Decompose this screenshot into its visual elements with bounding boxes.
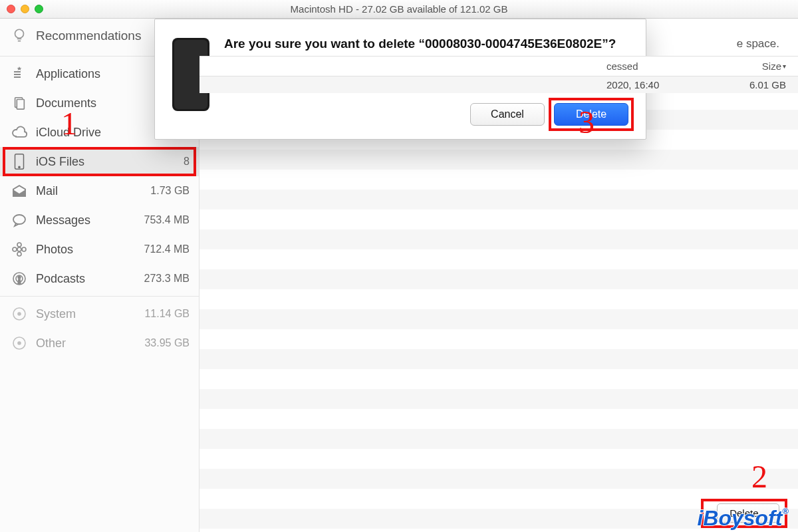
- sidebar-item-size: 33.95 GB: [130, 337, 190, 349]
- column-size[interactable]: Size ▾: [726, 61, 786, 72]
- sidebar-item-label: System: [36, 307, 130, 321]
- sidebar-item-label: Applications: [36, 67, 130, 81]
- svg-point-9: [13, 247, 17, 251]
- window-title: Macintosh HD - 27.02 GB available of 121…: [0, 3, 798, 15]
- phone-icon: [9, 152, 29, 172]
- svg-point-6: [17, 247, 21, 251]
- window-titlebar: Macintosh HD - 27.02 GB available of 121…: [0, 0, 798, 19]
- other-icon: [9, 333, 29, 353]
- sidebar-item-label: Podcasts: [36, 272, 130, 286]
- svg-point-17: [18, 342, 21, 344]
- column-accessed[interactable]: cessed: [606, 61, 726, 72]
- photos-icon: [9, 239, 29, 259]
- sidebar-item-messages[interactable]: Messages 753.4 MB: [0, 205, 199, 235]
- cloud-icon: [9, 122, 29, 142]
- sidebar-item-label: Mail: [36, 184, 130, 198]
- documents-icon: [9, 93, 29, 113]
- system-icon: [9, 304, 29, 324]
- sidebar-item-label: iOS Files: [36, 155, 130, 169]
- messages-icon: [9, 210, 29, 230]
- sidebar-item-size: 753.4 MB: [130, 214, 190, 226]
- svg-point-8: [17, 252, 21, 256]
- content-header: e space.: [200, 19, 798, 56]
- svg-rect-2: [17, 100, 24, 110]
- row-size: 6.01 GB: [726, 79, 786, 90]
- content-stripes: [200, 110, 798, 532]
- sidebar-item-size: 8: [130, 156, 190, 168]
- delete-button[interactable]: Delete...: [717, 503, 779, 523]
- sidebar-item-label: iCloud Drive: [36, 126, 130, 140]
- column-size-label: Size: [762, 61, 781, 72]
- mail-icon: [9, 181, 29, 201]
- header-space-text: e space.: [737, 37, 779, 50]
- window-controls: [7, 5, 43, 13]
- confirm-delete-button[interactable]: Delete: [554, 103, 628, 126]
- chevron-down-icon: ▾: [783, 63, 786, 70]
- sidebar-item-label: Documents: [36, 96, 130, 110]
- sidebar-item-label: Photos: [36, 243, 130, 257]
- sidebar-item-ios-files[interactable]: iOS Files 8: [0, 147, 199, 176]
- sidebar-item-label: Messages: [36, 213, 130, 227]
- sidebar-item-mail[interactable]: Mail 1.73 GB: [0, 176, 199, 205]
- minimize-window-button[interactable]: [21, 5, 29, 13]
- sidebar-item-size: 712.4 MB: [130, 243, 190, 255]
- zoom-window-button[interactable]: [35, 5, 43, 13]
- lightbulb-icon: [9, 26, 29, 46]
- column-headers: cessed Size ▾: [200, 56, 798, 76]
- svg-point-15: [18, 313, 21, 315]
- cancel-button[interactable]: Cancel: [470, 103, 545, 126]
- sidebar-item-other[interactable]: Other 33.95 GB: [0, 329, 199, 358]
- svg-point-13: [18, 276, 21, 279]
- podcasts-icon: [9, 269, 29, 289]
- close-window-button[interactable]: [7, 5, 15, 13]
- sidebar-item-system[interactable]: System 11.14 GB: [0, 299, 199, 329]
- sidebar-item-size: 273.3 MB: [130, 273, 190, 285]
- sidebar-item-podcasts[interactable]: Podcasts 273.3 MB: [0, 264, 199, 293]
- svg-point-0: [15, 29, 24, 38]
- sidebar-item-size: 11.14 GB: [130, 308, 190, 320]
- row-accessed: 2020, 16:40: [606, 79, 726, 90]
- sidebar-item-photos[interactable]: Photos 712.4 MB: [0, 235, 199, 264]
- svg-point-7: [17, 243, 21, 247]
- applications-icon: [9, 64, 29, 84]
- svg-point-10: [22, 247, 26, 251]
- table-row[interactable]: 2020, 16:40 6.01 GB: [200, 76, 798, 93]
- sidebar-item-size: 1.73 GB: [130, 185, 190, 197]
- svg-point-5: [13, 215, 25, 224]
- svg-point-4: [19, 166, 20, 168]
- sidebar-item-label: Other: [36, 336, 130, 350]
